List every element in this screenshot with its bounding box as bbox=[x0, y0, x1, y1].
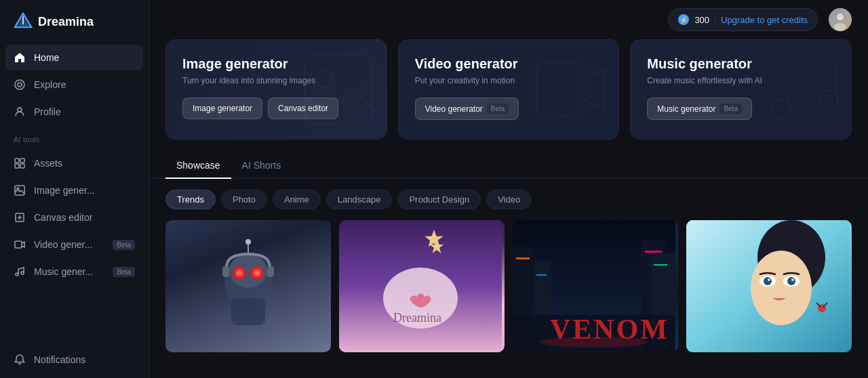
filter-trends[interactable]: Trends bbox=[165, 190, 216, 209]
svg-point-15 bbox=[21, 272, 24, 274]
svg-point-64 bbox=[791, 278, 794, 281]
dreamina-logo-icon bbox=[14, 12, 33, 31]
music-card-deco bbox=[748, 40, 852, 139]
nav-explore-label: Explore bbox=[34, 79, 66, 90]
image-gen-icon bbox=[14, 184, 26, 196]
header-divider bbox=[715, 13, 715, 26]
assets-icon bbox=[14, 157, 26, 169]
sidebar-item-profile[interactable]: Profile bbox=[5, 99, 143, 125]
tab-showcase[interactable]: Showcase bbox=[165, 153, 231, 179]
profile-icon bbox=[14, 106, 26, 118]
user-avatar[interactable] bbox=[829, 8, 852, 31]
sidebar: Dreamina Home Explore Profile AI tools bbox=[0, 0, 149, 378]
app-name: Dreamina bbox=[38, 15, 94, 29]
filter-pills: Trends Photo Anime Landscape Product Des… bbox=[149, 190, 868, 220]
svg-rect-13 bbox=[15, 241, 22, 248]
tab-ai-shorts[interactable]: AI Shorts bbox=[231, 153, 292, 179]
grid-item-venom[interactable]: VENOM bbox=[513, 220, 678, 352]
filter-landscape[interactable]: Landscape bbox=[326, 190, 393, 209]
music-gen-icon bbox=[14, 266, 26, 278]
image-gen-card-buttons: Image generator Canvas editor bbox=[182, 98, 370, 119]
nav-image-gen-label: Image gener... bbox=[34, 185, 95, 196]
grid-item-stars[interactable]: Dreamina bbox=[339, 220, 505, 352]
music-generator-button[interactable]: Music generator Beta bbox=[647, 98, 752, 120]
svg-point-58 bbox=[751, 251, 812, 325]
top-header: ⚡ 300 Upgrade to get credits bbox=[149, 0, 868, 39]
credits-icon: ⚡ bbox=[678, 14, 689, 25]
svg-point-54 bbox=[540, 337, 648, 348]
upgrade-link[interactable]: Upgrade to get credits bbox=[721, 15, 808, 25]
music-btn-beta-badge: Beta bbox=[719, 104, 742, 114]
grid-image-venom: VENOM bbox=[513, 220, 678, 352]
svg-point-62 bbox=[787, 277, 795, 285]
nav-notifications-label: Notifications bbox=[34, 354, 85, 365]
canvas-editor-button[interactable]: Canvas editor bbox=[268, 98, 338, 119]
svg-point-61 bbox=[764, 277, 772, 285]
svg-rect-34 bbox=[231, 298, 265, 325]
sidebar-item-canvas[interactable]: Canvas editor bbox=[5, 205, 143, 230]
nav-profile-label: Profile bbox=[34, 106, 61, 117]
image-generator-button[interactable]: Image generator bbox=[182, 98, 262, 119]
svg-rect-6 bbox=[15, 159, 19, 163]
svg-point-31 bbox=[254, 270, 260, 276]
video-gen-card-desc: Put your creativity in motion bbox=[415, 76, 603, 85]
sidebar-item-music-gen[interactable]: Music gener... Beta bbox=[5, 259, 143, 285]
svg-rect-7 bbox=[20, 159, 24, 163]
video-gen-beta-badge: Beta bbox=[113, 240, 135, 250]
video-gen-card-title: Video generator bbox=[415, 56, 603, 72]
filter-anime[interactable]: Anime bbox=[273, 190, 321, 209]
image-gen-card-title: Image generator bbox=[182, 56, 370, 72]
video-card-deco bbox=[515, 40, 619, 139]
main-nav: Home Explore Profile bbox=[0, 42, 149, 127]
svg-point-63 bbox=[768, 278, 770, 281]
explore-icon bbox=[14, 79, 26, 91]
ai-tools-label: AI tools bbox=[0, 127, 149, 148]
svg-rect-51 bbox=[654, 264, 667, 266]
video-btn-beta-badge: Beta bbox=[487, 104, 509, 114]
grid-item-robot[interactable] bbox=[165, 220, 331, 352]
video-gen-btn-label: Video generator bbox=[425, 104, 483, 114]
svg-point-17 bbox=[837, 14, 844, 20]
svg-rect-8 bbox=[15, 164, 19, 168]
sidebar-item-assets[interactable]: Assets bbox=[5, 150, 143, 176]
logo-area[interactable]: Dreamina bbox=[0, 0, 149, 42]
nav-video-gen-label: Video gener... bbox=[34, 239, 92, 250]
sidebar-item-explore[interactable]: Explore bbox=[5, 72, 143, 98]
filter-product-design[interactable]: Product Design bbox=[397, 190, 481, 209]
svg-rect-50 bbox=[645, 251, 662, 253]
music-generator-card: Music generator Create music effortlessl… bbox=[630, 39, 852, 140]
sidebar-item-video-gen[interactable]: Video gener... Beta bbox=[5, 232, 143, 257]
filter-photo[interactable]: Photo bbox=[221, 190, 267, 209]
generator-cards: Image generator Turn your ideas into stu… bbox=[149, 39, 868, 153]
nav-assets-label: Assets bbox=[34, 158, 62, 169]
svg-point-14 bbox=[16, 273, 18, 276]
video-generator-card: Video generator Put your creativity in m… bbox=[398, 39, 620, 140]
credits-pill[interactable]: ⚡ 300 Upgrade to get credits bbox=[668, 8, 818, 31]
image-generator-card: Image generator Turn your ideas into stu… bbox=[165, 39, 387, 140]
nav-music-gen-label: Music gener... bbox=[34, 266, 93, 277]
svg-rect-49 bbox=[536, 274, 547, 276]
nav-home-label: Home bbox=[34, 52, 59, 63]
svg-point-3 bbox=[15, 80, 24, 89]
svg-rect-35 bbox=[222, 266, 229, 277]
svg-point-5 bbox=[18, 108, 22, 112]
music-gen-card-buttons: Music generator Beta bbox=[647, 98, 835, 120]
music-gen-btn-label: Music generator bbox=[657, 104, 715, 114]
credits-count: 300 bbox=[694, 15, 709, 25]
showcase-tabs: Showcase AI Shorts bbox=[149, 153, 868, 179]
bell-icon bbox=[14, 354, 26, 366]
tools-nav: Assets Image gener... Canvas editor Vide… bbox=[0, 148, 149, 287]
sidebar-item-notifications[interactable]: Notifications bbox=[5, 347, 143, 373]
svg-text:Dreamina: Dreamina bbox=[393, 311, 441, 324]
canvas-icon bbox=[14, 211, 26, 224]
svg-point-33 bbox=[245, 239, 251, 245]
image-card-deco bbox=[283, 40, 387, 139]
music-gen-card-desc: Create music effortlessly with AI bbox=[647, 76, 835, 85]
sidebar-item-home[interactable]: Home bbox=[5, 45, 143, 70]
nav-canvas-label: Canvas editor bbox=[34, 212, 92, 223]
sidebar-item-image-gen[interactable]: Image gener... bbox=[5, 177, 143, 203]
grid-item-portrait[interactable] bbox=[686, 220, 852, 352]
video-generator-button[interactable]: Video generator Beta bbox=[415, 98, 519, 120]
video-gen-icon bbox=[14, 238, 26, 251]
filter-video[interactable]: Video bbox=[486, 190, 532, 209]
